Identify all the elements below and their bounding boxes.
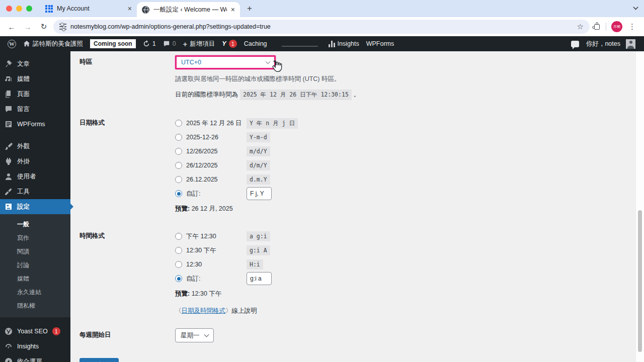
media-icon <box>5 75 13 83</box>
new-tab-button[interactable]: + <box>240 4 259 14</box>
submenu-privacy[interactable]: 隱私權 <box>0 299 70 313</box>
save-settings-button[interactable]: 儲存設定 <box>79 358 119 362</box>
radio-button[interactable] <box>175 261 182 268</box>
week-start-select[interactable]: 星期一 <box>175 328 214 342</box>
greeting-text: 你好，notes <box>586 40 620 48</box>
submenu-permalinks[interactable]: 永久連結 <box>0 286 70 299</box>
tab-wordpress-settings[interactable]: 一般設定 ‹ Welcome — WordP × <box>137 2 240 17</box>
time-format-custom-option[interactable]: 自訂: <box>175 272 621 286</box>
radio-button[interactable] <box>175 134 182 141</box>
yoast-sidebar-badge: 1 <box>52 327 60 335</box>
site-name-menu[interactable]: 諾特斯的美食護照 <box>20 36 87 51</box>
sidebar-item-appearance[interactable]: 外觀 <box>0 139 70 154</box>
reload-icon[interactable]: ↻ <box>37 22 50 31</box>
window-close-button[interactable] <box>6 6 12 12</box>
time-format-preview: 預覽: 12:30 下午 <box>175 290 621 298</box>
date-format-custom-input[interactable] <box>247 187 272 200</box>
site-info-icon[interactable] <box>59 24 66 30</box>
sidebar-item-posts[interactable]: 文章 <box>0 56 70 71</box>
sidebar-item-yoast-seo[interactable]: Yoast SEO 1 <box>0 324 70 339</box>
bookmark-star-icon[interactable]: ☆ <box>577 22 584 31</box>
chevron-down-icon <box>204 332 209 337</box>
close-icon[interactable]: × <box>128 5 132 12</box>
date-format-option[interactable]: 26.12.2025 d.m.Y <box>175 172 621 187</box>
date-format-custom-option[interactable]: 自訂: <box>175 187 621 201</box>
format-code: Y-m-d <box>247 132 270 142</box>
timezone-select[interactable]: UTC+0 <box>175 55 276 69</box>
submenu-writing[interactable]: 寫作 <box>0 231 70 245</box>
time-format-option[interactable]: 12:30 下午 g:i A <box>175 243 621 257</box>
date-format-option[interactable]: 2025 年 12 月 26 日 Y 年 n 月 j 日 <box>175 116 621 130</box>
submenu-discussion[interactable]: 討論 <box>0 258 70 272</box>
insights-menu[interactable]: Insights <box>325 36 363 51</box>
close-icon[interactable]: × <box>231 6 235 13</box>
caching-menu[interactable]: Caching <box>240 36 271 51</box>
browser-menu-icon[interactable]: ⋮ <box>625 22 639 31</box>
radio-button[interactable] <box>175 176 182 183</box>
sidebar-item-users[interactable]: 使用者 <box>0 169 70 184</box>
comment-icon <box>163 40 170 47</box>
radio-button[interactable] <box>175 233 182 240</box>
sidebar-collapse-menu[interactable]: 收合選單 <box>0 354 70 362</box>
submenu-media[interactable]: 媒體 <box>0 272 70 286</box>
date-format-option[interactable]: 12/26/2025 m/d/Y <box>175 144 621 158</box>
url-text[interactable]: notesmyblog.com/wp-admin/options-general… <box>70 23 573 30</box>
sidebar-item-settings[interactable]: 設定 <box>0 199 70 214</box>
radio-button[interactable] <box>175 247 182 254</box>
my-account-menu[interactable]: 你好，notes <box>583 36 639 51</box>
time-format-option[interactable]: 下午 12:30 a g:i <box>175 229 621 243</box>
window-controls[interactable] <box>0 6 40 12</box>
sidebar-item-wpforms[interactable]: WPForms <box>0 117 70 132</box>
tab-search-chevron-icon[interactable] <box>633 5 638 10</box>
radio-button-selected[interactable] <box>175 190 182 197</box>
comments-icon <box>5 105 13 113</box>
address-bar[interactable]: notesmyblog.com/wp-admin/options-general… <box>53 20 590 34</box>
format-code: m/d/Y <box>247 146 270 156</box>
plus-icon: + <box>183 40 188 48</box>
sidebar-item-pages[interactable]: 頁面 <box>0 86 70 102</box>
window-minimize-button[interactable] <box>16 6 22 12</box>
chat-menu[interactable] <box>568 36 583 51</box>
new-item-menu[interactable]: + 新增項目 <box>180 36 219 51</box>
loading-placeholder-line <box>282 46 318 47</box>
sidebar-item-tools[interactable]: 工具 <box>0 184 70 199</box>
utc-time-value: 2025 年 12 月 26 日下午 12:30:15 <box>240 89 352 100</box>
wp-logo-menu[interactable]: W <box>4 36 20 51</box>
update-icon <box>143 40 150 47</box>
back-icon[interactable]: ← <box>5 23 18 31</box>
updates-menu[interactable]: 1 <box>139 36 159 51</box>
sidebar-item-comments[interactable]: 留言 <box>0 102 70 117</box>
format-code: d.m.Y <box>247 174 270 185</box>
sidebar-item-media[interactable]: 媒體 <box>0 71 70 86</box>
pushpin-icon <box>5 60 13 68</box>
radio-button[interactable] <box>175 148 182 155</box>
comments-menu[interactable]: 0 <box>159 36 180 51</box>
sidebar-item-plugins[interactable]: 外掛 <box>0 154 70 169</box>
tab-title: My Account <box>57 5 124 12</box>
wp-sidebar: 文章 媒體 頁面 留言 WPForms 外觀 外掛 使用者 <box>0 51 70 362</box>
scrollbar-thumb[interactable] <box>638 210 642 352</box>
date-format-row: 日期格式 2025 年 12 月 26 日 Y 年 n 月 j 日 2025-1… <box>79 116 621 213</box>
forward-icon[interactable]: → <box>21 23 34 31</box>
time-format-option[interactable]: 12:30 H:i <box>175 257 621 272</box>
window-zoom-button[interactable] <box>26 6 32 12</box>
tab-title: 一般設定 ‹ Welcome — WordP <box>153 6 227 14</box>
tab-my-account[interactable]: My Account × <box>40 0 137 17</box>
wpforms-menu[interactable]: WPForms <box>363 36 398 51</box>
date-format-option[interactable]: 26/12/2025 d/m/Y <box>175 158 621 172</box>
radio-button[interactable] <box>175 162 182 169</box>
sidebar-item-insights[interactable]: Insights <box>0 339 70 354</box>
submenu-reading[interactable]: 閱讀 <box>0 245 70 258</box>
brush-icon <box>5 142 13 150</box>
datetime-format-doc-link[interactable]: 日期及時間格式 <box>182 307 226 314</box>
yoast-menu[interactable]: Y 1 <box>218 36 240 51</box>
page-scrollbar[interactable] <box>635 51 644 362</box>
week-start-label: 每週開始日 <box>79 328 175 342</box>
extensions-icon[interactable] <box>593 23 601 31</box>
date-format-option[interactable]: 2025-12-26 Y-m-d <box>175 130 621 144</box>
time-format-custom-input[interactable] <box>247 272 272 285</box>
browser-profile-avatar[interactable]: 示範 <box>611 21 622 32</box>
submenu-general[interactable]: 一般 <box>0 218 70 231</box>
radio-button-selected[interactable] <box>175 275 182 282</box>
radio-button[interactable] <box>175 120 182 127</box>
